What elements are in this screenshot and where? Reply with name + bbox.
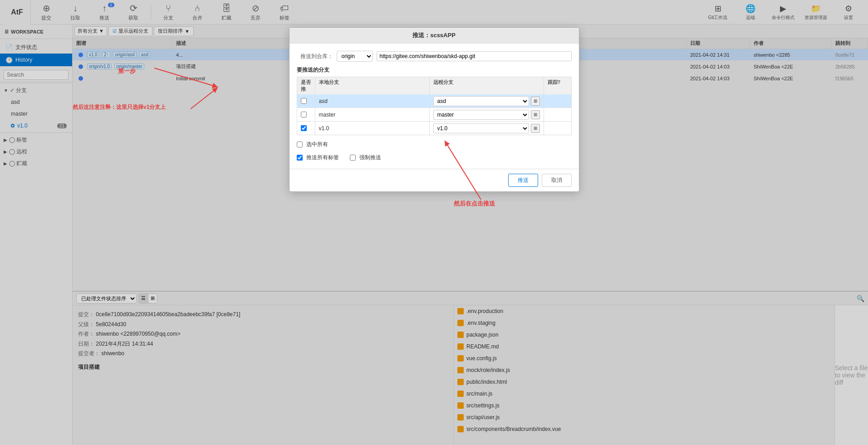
- modal-footer: 推送 取消: [289, 169, 579, 191]
- th-local: 本地分支: [315, 77, 430, 94]
- branch-v1-remote: v1.0 ⊞: [430, 122, 544, 135]
- branch-v1-remote-select[interactable]: v1.0: [433, 123, 529, 133]
- branch-row-v1: v1.0 v1.0 ⊞: [297, 122, 572, 135]
- push-tags-checkbox[interactable]: [297, 155, 303, 161]
- remote-select[interactable]: origin: [337, 51, 373, 62]
- remote-row-label: 推送到合库：: [297, 53, 333, 60]
- branch-asd-remote-select[interactable]: asd: [433, 96, 529, 106]
- branch-asd-track: [544, 94, 571, 108]
- branch-asd-track-btn[interactable]: ⊞: [531, 97, 540, 106]
- th-track: 跟踪?: [544, 77, 571, 94]
- remote-url-input[interactable]: [377, 51, 572, 61]
- branch-row-master: master master ⊞: [297, 108, 572, 122]
- force-push-label: 强制推送: [359, 154, 381, 161]
- push-button-modal[interactable]: 推送: [508, 174, 538, 187]
- branch-asd-local-name: asd: [319, 98, 328, 104]
- branch-asd-local: asd: [315, 94, 430, 108]
- push-modal: 推送：scssAPP 推送到合库： origin 要推送的分支 是否推 本地分支: [289, 27, 579, 192]
- modal-body: 推送到合库： origin 要推送的分支 是否推 本地分支 远程分支: [289, 44, 579, 169]
- branch-master-local: master: [315, 108, 430, 121]
- push-tags-label: 推送所有标签: [306, 154, 339, 161]
- cancel-button-modal[interactable]: 取消: [542, 174, 572, 187]
- modal-header: 推送：scssAPP: [289, 28, 579, 44]
- modal-overlay: 推送：scssAPP 推送到合库： origin 要推送的分支 是否推 本地分支: [0, 0, 868, 445]
- branch-master-track: [544, 108, 571, 121]
- modal-checkbox-row: 选中所有: [297, 141, 572, 148]
- branch-master-remote: master ⊞: [430, 108, 544, 121]
- branch-master-track-btn[interactable]: ⊞: [531, 110, 540, 119]
- th-push-label: 是否推: [301, 79, 311, 92]
- force-push-checkbox[interactable]: [350, 155, 356, 161]
- branch-master-local-name: master: [319, 112, 336, 118]
- modal-title: 推送：scssAPP: [412, 32, 456, 39]
- branch-v1-local-name: v1.0: [319, 125, 329, 132]
- branch-row-asd: asd asd ⊞: [297, 94, 572, 108]
- branch-v1-track-btn[interactable]: ⊞: [531, 124, 540, 133]
- th-remote: 远程分支: [430, 77, 544, 94]
- branches-section-label: 要推送的分支: [297, 66, 572, 74]
- modal-tags-row: 推送所有标签 强制推送: [297, 154, 572, 161]
- remote-row: 推送到合库： origin: [297, 51, 572, 62]
- branch-v1-checkbox[interactable]: [301, 125, 307, 131]
- select-all-label: 选中所有: [306, 141, 328, 148]
- th-local-label: 本地分支: [319, 79, 339, 85]
- branch-master-checkbox[interactable]: [301, 112, 307, 117]
- select-all-checkbox[interactable]: [297, 142, 303, 147]
- branch-asd-check-cell: [297, 94, 315, 108]
- branch-v1-local: v1.0: [315, 122, 430, 135]
- branch-v1-track: [544, 122, 571, 135]
- th-remote-label: 远程分支: [433, 79, 453, 85]
- modal-table-header: 是否推 本地分支 远程分支 跟踪?: [297, 77, 572, 94]
- th-track-label: 跟踪?: [548, 79, 561, 85]
- th-push: 是否推: [297, 77, 315, 94]
- branch-asd-checkbox[interactable]: [301, 98, 307, 104]
- branch-v1-check-cell: [297, 122, 315, 135]
- branch-master-check-cell: [297, 108, 315, 121]
- branch-asd-remote: asd ⊞: [430, 94, 544, 108]
- branch-master-remote-select[interactable]: master: [433, 110, 529, 120]
